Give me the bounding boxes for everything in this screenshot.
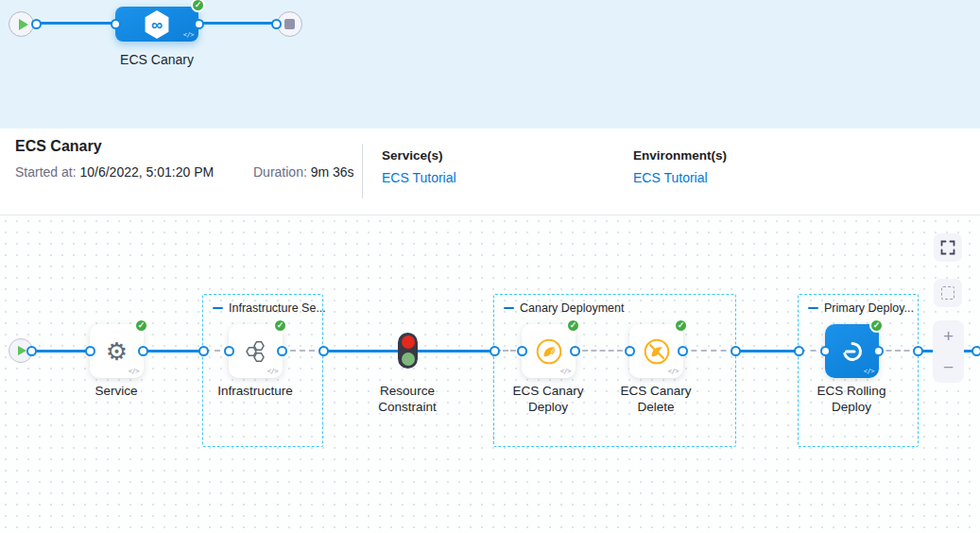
ecs-rolling-icon xyxy=(839,338,866,365)
zoom-in-button[interactable]: + xyxy=(933,320,964,352)
started-at: Started at: 10/6/2022, 5:01:20 PM xyxy=(15,164,214,180)
stage-graph-strip: ∞ </> ✓ ECS Canary xyxy=(0,0,980,129)
step-label: ECS Canary Deploy xyxy=(496,383,600,415)
edge-connector xyxy=(224,346,234,356)
edge-line xyxy=(417,350,496,352)
code-icon: </> xyxy=(267,368,278,375)
edge-connector xyxy=(490,346,500,356)
pipeline-hexagon-icon: ∞ xyxy=(142,9,172,41)
success-check-icon: ✓ xyxy=(273,318,287,333)
edge-connector xyxy=(85,346,95,356)
group-label: Infrastructure Se... xyxy=(229,301,326,315)
edge-connector xyxy=(31,19,42,29)
svg-text:∞: ∞ xyxy=(151,15,163,33)
edge-connector xyxy=(570,346,580,356)
marquee-select-icon xyxy=(941,286,954,300)
code-icon: </> xyxy=(560,368,571,375)
expand-icon xyxy=(940,240,955,255)
selection-button[interactable] xyxy=(934,279,962,307)
pipeline-execution-page: ∞ </> ✓ ECS Canary ECS Canary Started at… xyxy=(0,0,980,533)
environments-label: Environment(s) xyxy=(633,148,727,163)
edge-connector xyxy=(794,346,804,356)
edge-connector xyxy=(271,19,282,29)
duration-value: 9m 36s xyxy=(311,164,354,180)
traffic-light-green-icon xyxy=(402,352,415,366)
edge-line xyxy=(199,22,281,25)
collapse-icon[interactable] xyxy=(808,307,818,310)
execution-summary-bar: ECS Canary Started at: 10/6/2022, 5:01:2… xyxy=(0,129,980,215)
execution-graph-canvas[interactable]: Infrastructure Se... Canary Deployment P… xyxy=(0,215,980,533)
edge-connector xyxy=(971,346,980,356)
step-resource-constraint[interactable] xyxy=(398,333,418,369)
edge-line xyxy=(28,350,93,352)
environments-link[interactable]: ECS Tutorial xyxy=(633,170,708,185)
fullscreen-button[interactable] xyxy=(934,233,962,262)
step-service[interactable]: ⚙ </> ✓ xyxy=(90,324,144,378)
stage-label: ECS Canary xyxy=(100,52,214,67)
code-icon: </> xyxy=(864,368,874,375)
play-icon xyxy=(19,19,28,30)
code-icon: </> xyxy=(668,368,679,375)
success-check-icon: ✓ xyxy=(566,318,580,333)
edge-line xyxy=(142,350,204,352)
edge-connector xyxy=(731,346,741,356)
services-label: Service(s) xyxy=(382,148,443,163)
step-label: Service xyxy=(64,383,168,399)
step-ecs-canary-deploy[interactable]: </> ✓ xyxy=(522,324,576,378)
success-check-icon: ✓ xyxy=(191,0,205,12)
edge-connector xyxy=(873,346,884,356)
infrastructure-hexagons-icon xyxy=(244,339,268,364)
gear-icon: ⚙ xyxy=(106,339,128,364)
success-check-icon: ✓ xyxy=(134,318,148,333)
duration: Duration: 9m 36s xyxy=(253,164,354,180)
success-check-icon: ✓ xyxy=(869,318,884,333)
step-infrastructure[interactable]: </> ✓ xyxy=(229,324,283,378)
edge-line xyxy=(322,350,399,352)
step-ecs-canary-delete[interactable]: </> ✓ xyxy=(629,324,683,378)
code-icon: </> xyxy=(183,31,194,39)
edge-line xyxy=(734,350,800,352)
duration-label: Duration: xyxy=(253,164,307,180)
edge-connector xyxy=(138,346,148,356)
stage-node-ecs-canary[interactable]: ∞ </> ✓ xyxy=(115,7,198,42)
collapse-icon[interactable] xyxy=(213,307,223,310)
play-icon xyxy=(18,346,26,355)
step-label: Infrastructure xyxy=(203,383,307,399)
started-label: Started at: xyxy=(15,164,77,180)
edge-connector xyxy=(517,346,527,356)
edge-connector xyxy=(820,346,831,356)
collapse-icon[interactable] xyxy=(504,307,514,310)
edge-connector xyxy=(678,346,688,356)
edge-connector xyxy=(318,346,329,356)
edge-line xyxy=(38,22,115,25)
pipeline-start-node xyxy=(9,11,34,37)
canary-delete-icon xyxy=(642,336,672,367)
step-label: ECS Canary Delete xyxy=(604,383,708,415)
traffic-light-red-icon xyxy=(402,335,415,349)
edge-connector xyxy=(111,19,121,29)
group-label: Primary Deploy... xyxy=(824,301,914,315)
services-link[interactable]: ECS Tutorial xyxy=(382,170,456,185)
step-label: Resource Constraint xyxy=(355,383,459,415)
edge-connector xyxy=(625,346,635,356)
edge-connector xyxy=(26,346,37,356)
edge-connector xyxy=(198,346,209,356)
success-check-icon: ✓ xyxy=(674,318,688,333)
divider xyxy=(362,144,363,198)
execution-title: ECS Canary xyxy=(15,138,102,155)
started-value: 10/6/2022, 5:01:20 PM xyxy=(79,164,214,180)
step-ecs-rolling-deploy[interactable]: </> ✓ xyxy=(825,324,879,378)
zoom-controls: + − xyxy=(933,320,964,383)
edge-connector xyxy=(277,346,287,356)
code-icon: </> xyxy=(129,368,139,375)
edge-connector xyxy=(913,346,923,356)
stop-icon xyxy=(284,19,295,29)
edge-connector xyxy=(194,19,204,29)
step-label: ECS Rolling Deploy xyxy=(799,383,903,415)
group-label: Canary Deployment xyxy=(520,301,624,315)
zoom-out-button[interactable]: − xyxy=(933,352,964,383)
canary-icon xyxy=(534,336,564,367)
